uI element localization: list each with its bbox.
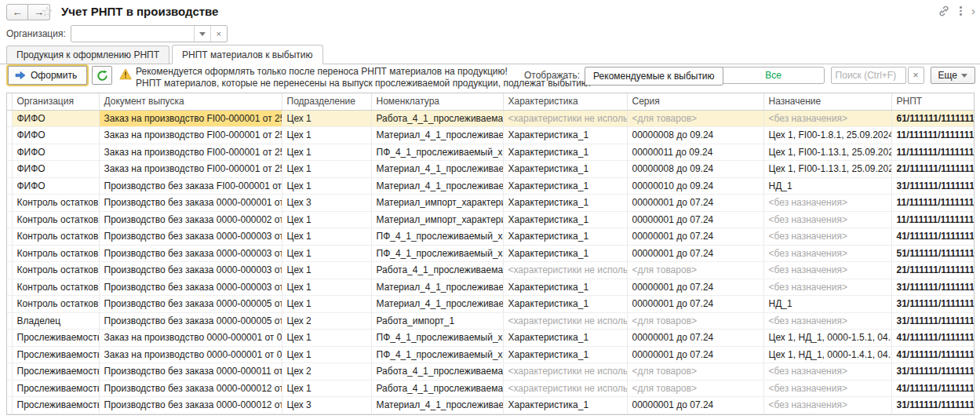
cell-charact[interactable]: <характеристики не использую... [503, 110, 627, 127]
cell-rnpt[interactable]: 61/111111/1111111 [891, 110, 974, 127]
cell-dept[interactable]: Цех 1 [282, 110, 371, 127]
table-row[interactable]: Контроль остатковПроизводство без заказа… [7, 262, 974, 279]
cell-series[interactable]: 00000001 до 07.24 [627, 296, 763, 313]
cell-purpose[interactable]: Цех 1, НД_1, 0000-1.5.1, 04.12... [763, 330, 891, 347]
cell-org[interactable]: ФИФО [12, 177, 99, 195]
cell-purpose[interactable]: <без назначения> [763, 228, 891, 246]
back-button[interactable]: ← [6, 4, 28, 20]
cell-series[interactable]: 00000001 до 07.24 [627, 228, 763, 246]
cell-doc[interactable]: Производство без заказа 0000-000005 от 2… [99, 312, 282, 330]
cell-charact[interactable]: <характеристики не использую... [503, 312, 627, 330]
table-row[interactable]: Прослеживаемость...Производство без зака… [7, 397, 974, 414]
cell-org[interactable]: ФИФО [12, 127, 99, 144]
column-header-item[interactable]: Номенклатура [371, 93, 503, 110]
cell-org[interactable]: ФИФО [12, 144, 99, 161]
cell-dept[interactable]: Цех 1 [282, 346, 371, 363]
cell-rnpt[interactable]: 41/111111/1111111 и ... [891, 380, 974, 397]
cell-charact[interactable]: <характеристики не использую... [503, 262, 627, 279]
table-row[interactable]: Контроль остатковПроизводство без заказа… [7, 228, 974, 246]
cell-rnpt[interactable]: 51/111111/1111111 [891, 245, 974, 262]
cell-purpose[interactable]: <без назначения> [763, 110, 891, 127]
column-header-doc[interactable]: Документ выпуска [99, 93, 282, 110]
cell-dept[interactable]: Цех 1 [282, 262, 371, 279]
cell-series[interactable]: 00000001 до 07.24 [627, 279, 763, 296]
cell-item[interactable]: Работа_4_1_прослеживаемая [371, 363, 503, 381]
cell-series[interactable]: 00000001 до 07.24 [627, 195, 763, 212]
cell-series[interactable]: 00000001 до 07.24 [627, 245, 763, 262]
more-button[interactable]: Еще [931, 67, 975, 84]
cell-dept[interactable]: Цех 1 [282, 279, 371, 296]
cell-item[interactable]: Работа_4_1_прослеживаемая [371, 110, 503, 127]
cell-dept[interactable]: Цех 3 [282, 195, 371, 212]
cell-purpose[interactable]: <без назначения> [763, 312, 891, 330]
cell-doc[interactable]: Производство без заказа 0000-000003 от 0… [99, 228, 282, 246]
cell-dept[interactable]: Цех 2 [282, 363, 371, 381]
cell-rnpt[interactable]: 11/111111/1111111 Р... [891, 144, 974, 161]
cell-series[interactable]: <для товаров> [627, 262, 763, 279]
cell-charact[interactable]: Характеристика_1 [503, 127, 627, 144]
cell-org[interactable]: Владелец [12, 312, 99, 330]
cell-item[interactable]: ПФ_4_1_прослеживаемый_хар... [371, 245, 503, 262]
cell-doc[interactable]: Производство без заказа 0000-000012 от 0… [99, 380, 282, 397]
column-header-series[interactable]: Серия [627, 93, 763, 110]
organization-clear-button[interactable]: × [210, 26, 227, 42]
cell-org[interactable]: Прослеживаемость... [12, 346, 99, 363]
cell-series[interactable]: 00000001 до 07.24 [627, 346, 763, 363]
cell-series[interactable]: 00000001 до 07.24 [627, 330, 763, 347]
cell-rnpt[interactable]: 31/111111/1111111 [891, 397, 974, 414]
cell-purpose[interactable]: Цех 1, FI00-1.13.1, 25.09.2024 (... [763, 144, 891, 161]
cell-series[interactable]: 00000001 до 07.24 [627, 211, 763, 228]
cell-charact[interactable]: Характеристика_1 [503, 397, 627, 414]
tab-materials-to-dispose[interactable]: РНПТ материалов к выбытию [172, 45, 323, 64]
cell-charact[interactable]: Характеристика_1 [503, 330, 627, 347]
collapse-panel-icon[interactable]: › [971, 5, 975, 16]
cell-doc[interactable]: Производство без заказа 0000-000011 от 0… [99, 363, 282, 381]
cell-purpose[interactable]: <без назначения> [763, 195, 891, 212]
cell-item[interactable]: ПФ_4_1_прослеживаемый_хар... [371, 144, 503, 161]
filter-all-button[interactable]: Все [723, 67, 824, 83]
table-row[interactable]: ФИФОПроизводство без заказа FI00-000001 … [7, 177, 974, 195]
cell-charact[interactable]: Характеристика_1 [503, 211, 627, 228]
cell-dept[interactable]: Цех 1 [282, 228, 371, 246]
table-row[interactable]: Прослеживаемость...Производство без зака… [7, 363, 974, 381]
cell-rnpt[interactable]: 21/111111/1111111 [891, 161, 974, 178]
cell-org[interactable]: ФИФО [12, 161, 99, 178]
more-options-icon[interactable] [960, 6, 962, 16]
column-header-dept[interactable]: Подразделение [282, 93, 371, 110]
cell-rnpt[interactable]: 41/111111/1111111 Р... [891, 330, 974, 347]
cell-doc[interactable]: Заказ на производство 0000-000001 от 04.… [99, 346, 282, 363]
cell-series[interactable]: 00000001 до 07.24 [627, 397, 763, 414]
cell-dept[interactable]: Цех 3 [282, 397, 371, 414]
table-row[interactable]: Прослеживаемость...Заказ на производство… [7, 346, 974, 363]
cell-series[interactable]: <для товаров> [627, 380, 763, 397]
cell-dept[interactable]: Цех 1 [282, 144, 371, 161]
cell-dept[interactable]: Цех 1 [282, 296, 371, 313]
cell-item[interactable]: ПФ_4_1_прослеживаемый_хар... [371, 330, 503, 347]
cell-item[interactable]: Материал_4_1_прослеживаемы... [371, 127, 503, 144]
cell-org[interactable]: Прослеживаемость... [12, 380, 99, 397]
cell-purpose[interactable]: Цех 1, FI00-1.13.1, 25.09.2024 (... [763, 161, 891, 178]
cell-charact[interactable]: Характеристика_1 [503, 161, 627, 178]
cell-doc[interactable]: Заказ на производство FI00-000001 от 25.… [99, 110, 282, 127]
table-row[interactable]: Контроль остатковПроизводство без заказа… [7, 195, 974, 212]
cell-doc[interactable]: Производство без заказа 0000-000002 от 0… [99, 211, 282, 228]
cell-item[interactable]: Материал_4_1_прослеживаемы... [371, 279, 503, 296]
cell-org[interactable]: Контроль остатков [12, 245, 99, 262]
cell-purpose[interactable]: <без назначения> [763, 363, 891, 381]
cell-charact[interactable]: Характеристика_1 [503, 245, 627, 262]
cell-org[interactable]: Контроль остатков [12, 279, 99, 296]
cell-purpose[interactable]: Цех 1, НД_1, 0000-1.4.1, 04.12... [763, 346, 891, 363]
table-row[interactable]: ФИФОЗаказ на производство FI00-000001 от… [7, 144, 974, 161]
cell-doc[interactable]: Производство без заказа 0000-000005 от 2… [99, 296, 282, 313]
cell-rnpt[interactable]: 31/111111/1111111 [891, 279, 974, 296]
cell-doc[interactable]: Заказ на производство FI00-000001 от 25.… [99, 127, 282, 144]
cell-charact[interactable]: Характеристика_1 [503, 346, 627, 363]
cell-org[interactable]: Контроль остатков [12, 296, 99, 313]
cell-purpose[interactable]: <без назначения> [763, 279, 891, 296]
organization-dropdown-button[interactable] [194, 26, 210, 42]
cell-doc[interactable]: Заказ на производство 0000-000001 от 04.… [99, 330, 282, 347]
search-clear-button[interactable]: × [908, 67, 924, 84]
cell-series[interactable]: 00000008 до 09.24 [627, 127, 763, 144]
cell-item[interactable]: Материал_4_1_прослеживаемы... [371, 161, 503, 178]
refresh-button[interactable] [92, 66, 112, 85]
